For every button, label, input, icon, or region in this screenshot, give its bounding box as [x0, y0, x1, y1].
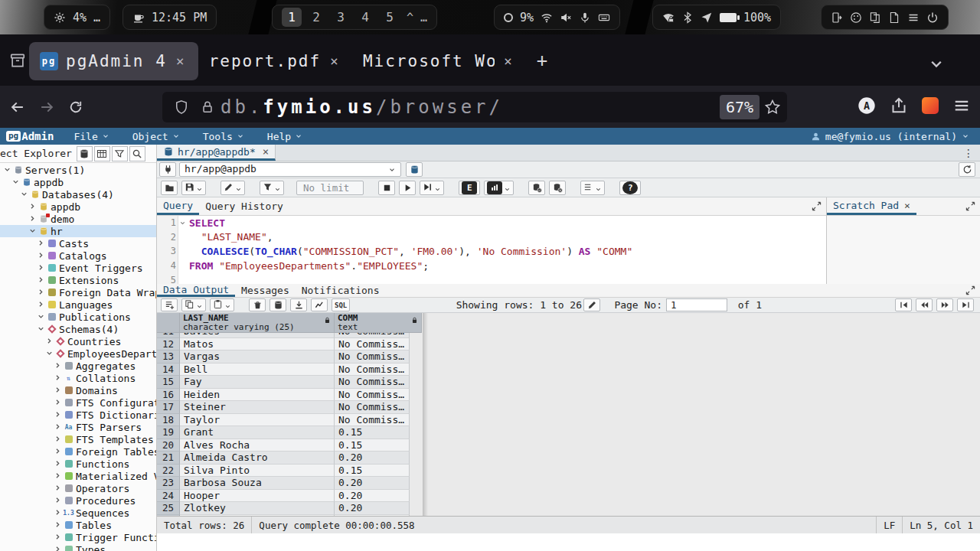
tree-item-functions[interactable]: Functions — [0, 458, 156, 470]
commit-button[interactable] — [528, 181, 545, 195]
tree-item-procedures[interactable]: Procedures — [0, 494, 156, 507]
tree-item-fts-configurations[interactable]: FTS Configurations — [0, 396, 156, 409]
reset-layout-button[interactable] — [959, 162, 975, 177]
browser-tab-3[interactable]: Microsoft Wo× — [352, 42, 526, 80]
tree-item-operators[interactable]: Operators — [0, 482, 156, 494]
chevron-down-icon[interactable] — [20, 190, 29, 199]
chevron-right-icon[interactable] — [37, 263, 46, 272]
last-name-cell[interactable]: Heiden — [180, 389, 335, 402]
explain-button[interactable]: E — [459, 181, 480, 195]
filter-button[interactable] — [260, 181, 284, 195]
chevron-right-icon[interactable] — [37, 251, 46, 260]
tree-item-extensions[interactable]: Extensions — [0, 274, 156, 286]
chevron-right-icon[interactable] — [54, 410, 63, 419]
browser-tab-2[interactable]: report.pdf× — [198, 42, 352, 80]
last-name-cell[interactable]: Almeida Castro — [180, 452, 335, 465]
chevron-right-icon[interactable] — [45, 337, 54, 346]
chevron-right-icon[interactable] — [54, 508, 63, 517]
power-icon[interactable] — [926, 11, 939, 24]
tree-item-event-triggers[interactable]: Event Triggers — [0, 262, 156, 274]
last-name-cell[interactable]: Hooper — [180, 490, 335, 503]
chevron-right-icon[interactable] — [54, 545, 63, 551]
tree-item-materialized-views[interactable]: Materialized Views — [0, 470, 156, 482]
copy-button[interactable] — [181, 298, 206, 311]
add-row-button[interactable] — [161, 298, 178, 311]
last-name-cell[interactable]: Taylor — [180, 414, 335, 427]
table-row-21[interactable]: 21Almeida Castro0.20 — [157, 452, 980, 465]
grid-tool-button[interactable] — [94, 146, 110, 161]
chevron-right-icon[interactable] — [54, 386, 63, 395]
copy-files-icon[interactable] — [869, 11, 881, 24]
chevron-down-icon[interactable] — [3, 165, 12, 174]
tab-scratch-pad[interactable]: Scratch Pad × — [827, 197, 916, 215]
app-menu-icon[interactable] — [952, 96, 971, 115]
comm-cell[interactable]: No Commission — [335, 414, 410, 427]
table-row-17[interactable]: 17SteinerNo Commission — [157, 401, 980, 414]
chevron-right-icon[interactable] — [54, 361, 63, 370]
comm-cell[interactable]: 0.15 — [335, 426, 410, 439]
table-row-16[interactable]: 16HeidenNo Commission — [157, 389, 980, 402]
tab-query[interactable]: Query — [157, 197, 199, 215]
query-tool-tab[interactable]: hr/app@appdb* × — [157, 145, 276, 161]
tree-item-sequences[interactable]: 1.3Sequences — [0, 507, 156, 519]
last-name-cell[interactable]: Zlotkey — [180, 502, 335, 515]
chevron-right-icon[interactable] — [54, 435, 63, 444]
editor-line-1[interactable]: 1SELECT — [178, 216, 826, 230]
chevron-down-icon[interactable] — [37, 324, 46, 334]
tree-item-languages[interactable]: Languages — [0, 298, 156, 311]
comm-cell[interactable]: No Commission — [335, 350, 410, 364]
macros-button[interactable] — [580, 181, 605, 195]
comm-cell[interactable]: 0.15 — [335, 465, 410, 478]
tab-messages[interactable]: Messages — [235, 284, 296, 297]
chevron-right-icon[interactable] — [37, 300, 46, 309]
stop-button[interactable] — [378, 181, 395, 195]
tree-item-foreign-data-wrappers[interactable]: Foreign Data Wrappers — [0, 286, 156, 298]
row-number-cell[interactable]: 16 — [157, 389, 180, 402]
browser-tab-1[interactable]: pgpgAdmin 4× — [29, 42, 198, 80]
graph-visualiser-button[interactable] — [311, 298, 328, 311]
panel-menu-icon[interactable]: ⋮ — [963, 147, 974, 159]
chevron-right-icon[interactable] — [54, 520, 63, 530]
row-number-cell[interactable]: 13 — [157, 350, 180, 364]
comm-cell[interactable]: No Commission — [335, 401, 410, 414]
close-query-tab-icon[interactable]: × — [263, 145, 269, 158]
tree-item-appdb[interactable]: appdb — [0, 201, 156, 213]
table-row-12[interactable]: 12MatosNo Commission — [157, 338, 980, 351]
help-button[interactable]: ? — [619, 181, 641, 195]
row-number-cell[interactable]: 15 — [157, 376, 180, 389]
menu-file[interactable]: File — [74, 131, 109, 142]
last-name-cell[interactable]: Matos — [180, 338, 335, 351]
table-row-13[interactable]: 13VargasNo Commission — [157, 350, 980, 364]
execute-button[interactable] — [399, 181, 416, 195]
last-name-cell[interactable]: Vargas — [180, 350, 335, 364]
edit-button[interactable] — [220, 181, 245, 195]
tree-item-collations[interactable]: ⇅Collations — [0, 372, 156, 384]
keyboard-icon[interactable] — [598, 11, 610, 24]
tree-item-aggregates[interactable]: Aggregates — [0, 360, 156, 372]
table-row-18[interactable]: 18TaylorNo Commission — [157, 414, 980, 427]
close-scratch-pad-icon[interactable]: × — [904, 200, 910, 211]
chevron-right-icon[interactable] — [54, 484, 63, 493]
first-page-button[interactable] — [895, 298, 912, 311]
row-number-cell[interactable]: 17 — [157, 401, 180, 414]
tree-item-trigger-functions[interactable]: Trigger Functions — [0, 531, 156, 543]
workspace-4[interactable]: 4 — [355, 8, 375, 27]
last-name-cell[interactable]: Barbosa Souza — [180, 477, 335, 490]
firefox-view-icon[interactable] — [8, 51, 28, 70]
zoom-level-badge[interactable]: 67% — [720, 95, 760, 119]
comm-cell[interactable]: No Commission — [335, 389, 410, 402]
editor-line-5[interactable]: 5 — [178, 272, 826, 284]
row-number-cell[interactable]: 19 — [157, 426, 180, 439]
tree-item-countries[interactable]: Countries — [0, 335, 156, 347]
chevron-right-icon[interactable] — [37, 288, 46, 297]
scratch-pad-body[interactable] — [827, 216, 980, 284]
workspace-5[interactable]: 5 — [380, 8, 400, 27]
menu-object[interactable]: Object — [132, 131, 180, 142]
workspace-1[interactable]: 1 — [282, 8, 302, 27]
menu-tools[interactable]: Tools — [203, 131, 244, 142]
tab-query-history[interactable]: Query History — [199, 197, 289, 215]
download-button[interactable] — [290, 298, 307, 311]
editor-line-4[interactable]: 4FROM "EmployeesDepartments"."EMPLOYEES"… — [178, 259, 826, 273]
fold-chevron-icon[interactable] — [179, 220, 186, 227]
chevron-down-icon[interactable] — [28, 227, 38, 236]
